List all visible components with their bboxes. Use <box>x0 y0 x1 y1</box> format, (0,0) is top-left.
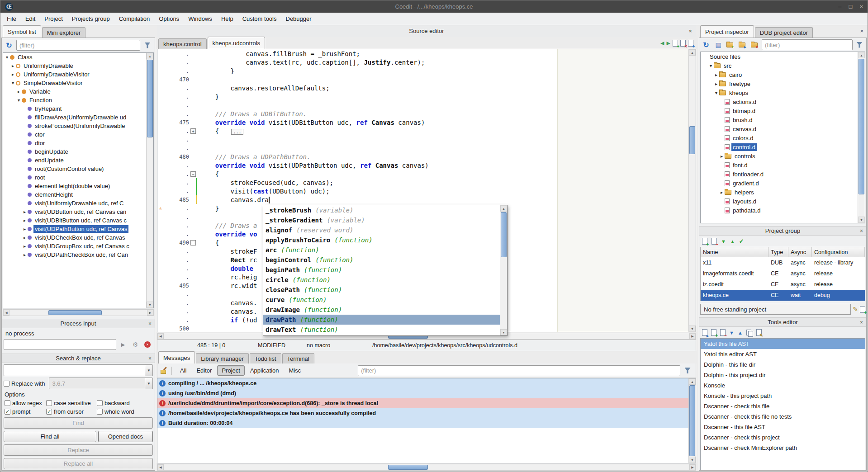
scroll-right-icon[interactable]: ▶ <box>147 310 153 316</box>
replace-button[interactable]: Replace <box>4 444 153 456</box>
scrollbar-thumb[interactable] <box>689 385 695 456</box>
tree-item-bitmap-d[interactable]: bitmap.d <box>701 106 858 115</box>
column-header-async[interactable]: Async <box>788 247 812 257</box>
menu-projects-group[interactable]: Projects group <box>67 13 114 25</box>
tree-item-visit-udbitbutton-udc-ref-canvas-c[interactable]: ▸visit(UDBitButton udc, ref Canvas c <box>3 216 146 225</box>
symbol-filter-input[interactable] <box>16 40 140 51</box>
gutter[interactable]: . <box>157 221 197 230</box>
tree-item-strokefocused-uniformlydrawable[interactable]: strokeFocused(UniformlyDrawable <box>3 122 146 130</box>
scrollbar-thumb[interactable] <box>48 310 102 315</box>
expander-icon[interactable]: ▸ <box>16 89 22 94</box>
scroll-down-icon[interactable]: ▼ <box>500 329 507 335</box>
gutter[interactable]: .+ <box>157 127 197 135</box>
tree-item-elementheight[interactable]: elementHeight <box>3 190 146 199</box>
menu-edit[interactable]: Edit <box>21 13 40 25</box>
expander-icon[interactable]: ▾ <box>16 98 22 103</box>
completion-item-begincontrol[interactable]: beginControl(function) <box>263 255 500 265</box>
gutter[interactable]: . <box>157 84 197 92</box>
completion-item-drawpath[interactable]: drawPath(function) <box>263 315 500 325</box>
message-row[interactable]: !/usr/include/dmd/druntime/import/core/e… <box>157 398 688 408</box>
gutter[interactable]: . <box>157 264 197 273</box>
edit-pencil-icon[interactable]: ✎ <box>853 306 858 313</box>
editor-tab-kheops-udcontrols[interactable]: kheops.udcontrols <box>208 37 266 49</box>
code-line[interactable]: . } <box>157 66 688 75</box>
tree-item-pathdata-d[interactable]: pathdata.d <box>701 206 858 215</box>
scrollbar-thumb[interactable] <box>388 465 428 470</box>
gutter[interactable]: 495 <box>157 281 197 290</box>
symbol-refresh-button[interactable]: ↻ <box>4 40 14 51</box>
menu-project[interactable]: Project <box>40 13 67 25</box>
checkbox-backward[interactable]: backward <box>97 400 152 406</box>
code-line[interactable]: . <box>157 135 688 144</box>
messages-filter-input[interactable] <box>358 365 680 376</box>
scroll-down-icon[interactable]: ▼ <box>689 326 696 332</box>
column-header-configuration[interactable]: Configuration <box>812 247 865 257</box>
completion-item-alignof[interactable]: alignof(reserved word) <box>263 225 500 235</box>
expander-icon[interactable]: ▾ <box>713 90 719 95</box>
tab-dub-project-editor[interactable]: DUB project editor <box>755 27 813 38</box>
message-row[interactable]: iBuild duration: 00:00:04 <box>157 418 688 428</box>
project-row-iz-coedit[interactable]: iz.coeditCEasyncrelease <box>701 279 865 290</box>
move-tool-up-icon[interactable]: ▲ <box>738 330 743 335</box>
process-cancel-button[interactable]: × <box>142 339 153 350</box>
expander-icon[interactable]: ▸ <box>719 190 725 195</box>
source-editor-close-button[interactable]: × <box>688 28 692 34</box>
menu-windows[interactable]: Windows <box>184 13 217 25</box>
code-line[interactable]: . canvas.fillBrush = _brushFont; <box>157 49 688 58</box>
gutter[interactable]: . <box>157 307 197 316</box>
completion-item-applybrushtocairo[interactable]: applyBrushToCairo(function) <box>263 235 500 245</box>
scroll-left-icon[interactable]: ◀ <box>157 333 164 339</box>
fold-marker-icon[interactable]: − <box>190 240 196 245</box>
expander-icon[interactable]: ▸ <box>22 209 28 214</box>
scroll-left-icon[interactable]: ◀ <box>157 464 164 470</box>
expander-icon[interactable]: ▾ <box>4 55 10 60</box>
tree-item-endupdate[interactable]: endUpdate <box>3 156 146 165</box>
remove-tool-icon[interactable]: − <box>720 329 726 336</box>
scroll-down-icon[interactable]: ▼ <box>858 217 865 223</box>
menu-help[interactable]: Help <box>217 13 238 25</box>
messages-hscrollbar[interactable]: ◀ ▶ <box>157 464 696 471</box>
gutter[interactable]: ⚠. <box>157 204 197 212</box>
menu-file[interactable]: File <box>2 13 21 25</box>
tree-item-canvas-d[interactable]: canvas.d <box>701 124 858 133</box>
tree-item-uniformlydrawablevisitor[interactable]: ▸UniformlyDrawableVisitor <box>3 70 146 79</box>
checkbox-box[interactable]: ✓ <box>46 409 52 415</box>
checkbox-box[interactable] <box>97 409 103 415</box>
tool-item-konsole-this-project-path[interactable]: Konsole - this project path <box>701 391 865 401</box>
gutter[interactable]: . <box>157 101 197 109</box>
gutter[interactable]: . <box>157 290 197 298</box>
code-line[interactable]: . canvas.text(rc, udc.caption[], Justify… <box>157 58 688 66</box>
minimize-button[interactable]: – <box>838 3 841 10</box>
gutter[interactable]: . <box>157 161 197 170</box>
tree-item-elementheight-double-value[interactable]: elementHeight(double value) <box>3 182 146 190</box>
tool-item-dscanner-this-file-ast[interactable]: Dscanner - this file AST <box>701 422 865 432</box>
code-line[interactable]: .− { <box>157 170 688 178</box>
tree-item-visit-udpathbutton-udc-ref-canvas[interactable]: ▸visit(UDPathButton udc, ref Canvas <box>3 225 146 233</box>
completion-item-drawimage[interactable]: drawImage(function) <box>263 305 500 315</box>
gutter[interactable]: 480 <box>157 152 197 161</box>
message-row[interactable]: iusing /usr/bin/dmd (dmd) <box>157 388 688 398</box>
tree-item-tryrepaint[interactable]: tryRepaint <box>3 104 146 113</box>
maximize-button[interactable]: □ <box>849 3 853 10</box>
symbol-filter-options-button[interactable] <box>142 40 153 51</box>
scroll-right-icon[interactable]: ▶ <box>689 333 696 339</box>
editor-tab-kheops-control[interactable]: kheops.control <box>158 38 207 49</box>
tree-item-function[interactable]: ▾Function <box>3 96 146 104</box>
symbol-tree-vscrollbar[interactable]: ▲ ▼ <box>146 53 153 308</box>
tool-item-dolphin-this-project-dir[interactable]: Dolphin - this project dir <box>701 370 865 380</box>
tree-item-dtor[interactable]: dtor <box>3 139 146 147</box>
go-forward-icon[interactable]: ▶ <box>667 40 670 46</box>
add-free-project-icon[interactable]: + <box>860 306 865 313</box>
tree-item-beginupdate[interactable]: beginUpdate <box>3 147 146 156</box>
symbol-tree-hscrollbar[interactable]: ◀ ▶ <box>3 309 154 316</box>
tree-item-control-d[interactable]: control.d <box>701 142 858 151</box>
code-line[interactable]: . strokeFocused(udc, canvas); <box>157 178 688 187</box>
code-line[interactable]: 480 /// Draws a UDPathButton. <box>157 152 688 161</box>
add-tool-icon[interactable]: + <box>711 329 716 336</box>
menu-options[interactable]: Options <box>154 13 184 25</box>
menu-custom-tools[interactable]: Custom tools <box>238 13 281 25</box>
search-input[interactable] <box>4 364 145 376</box>
scrollbar-thumb[interactable] <box>859 59 864 194</box>
expander-icon[interactable]: ▸ <box>719 154 725 159</box>
expander-icon[interactable]: ▸ <box>22 252 28 257</box>
